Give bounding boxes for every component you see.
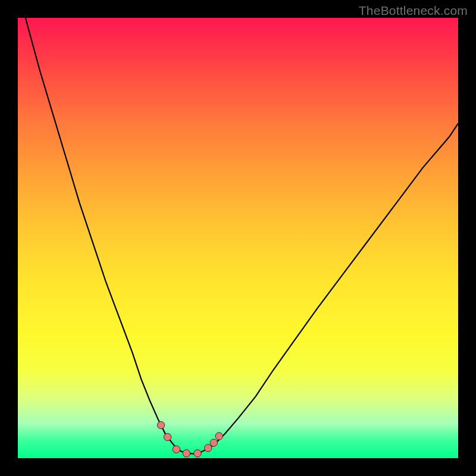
watermark-text: TheBottleneck.com bbox=[359, 4, 468, 18]
data-marker bbox=[173, 446, 180, 453]
data-marker bbox=[164, 433, 171, 440]
data-marker bbox=[205, 444, 212, 452]
data-marker bbox=[194, 450, 201, 457]
bottleneck-curve bbox=[18, 18, 458, 454]
data-marker bbox=[215, 433, 223, 440]
data-marker bbox=[210, 439, 217, 446]
data-marker bbox=[183, 450, 190, 457]
data-marker bbox=[157, 421, 164, 428]
